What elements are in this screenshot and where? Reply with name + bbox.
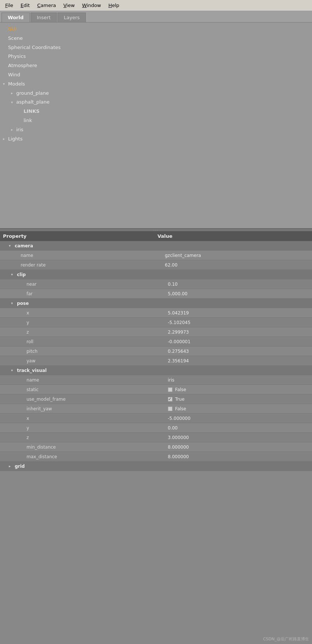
tree-item-lights[interactable]: ▸ Lights — [0, 135, 312, 144]
prop-value-yaw: 2.356194 — [165, 357, 312, 365]
properties-panel: Property Value ▾ camera name gzclient_ca… — [0, 231, 312, 471]
tree-item-gui[interactable]: GUI — [0, 25, 312, 34]
prop-value-static: False — [165, 386, 312, 393]
menubar: File Edit Camera View Window Help — [0, 0, 312, 11]
arrow-iris: ▸ — [11, 127, 16, 133]
prop-row-x[interactable]: x 5.042319 — [0, 308, 312, 318]
arrow-ground-plane: ▸ — [11, 90, 16, 96]
arrow-camera: ▾ — [9, 244, 15, 248]
prop-row-yaw[interactable]: yaw 2.356194 — [0, 356, 312, 366]
prop-value-tv-name: iris — [165, 376, 312, 384]
watermark: CSDN_@后广村路直博生 — [263, 636, 309, 642]
prop-value-tv-z: 3.000000 — [165, 434, 312, 441]
prop-section-track-visual[interactable]: ▾ track_visual — [0, 366, 312, 375]
prop-value-pitch: 0.275643 — [165, 348, 312, 355]
prop-row-tv-y[interactable]: y 0.00 — [0, 423, 312, 433]
prop-row-name[interactable]: name gzclient_camera — [0, 251, 312, 260]
prop-value-far: 5,000.00 — [165, 290, 312, 297]
prop-row-roll[interactable]: roll -0.000001 — [0, 337, 312, 347]
tab-world[interactable]: World — [1, 13, 30, 22]
menu-window[interactable]: Window — [78, 1, 105, 10]
tree-item-link[interactable]: link — [0, 116, 312, 125]
tabbar: World Insert Layers — [0, 11, 312, 22]
tab-layers[interactable]: Layers — [57, 13, 86, 22]
arrow-grid: ▸ — [9, 464, 15, 468]
arrow-pose: ▾ — [11, 301, 17, 305]
prop-row-pitch[interactable]: pitch 0.275643 — [0, 347, 312, 356]
prop-section-grid[interactable]: ▸ grid — [0, 462, 312, 471]
prop-header: Property Value — [0, 231, 312, 241]
prop-section-clip[interactable]: ▾ clip — [0, 270, 312, 279]
tree-item-ground-plane[interactable]: ▸ ground_plane — [0, 89, 312, 98]
header-value: Value — [155, 233, 309, 239]
prop-row-min-distance[interactable]: min_distance 8.000000 — [0, 442, 312, 452]
prop-value-tv-y: 0.00 — [165, 424, 312, 432]
checkbox-inherit-yaw[interactable] — [168, 407, 172, 411]
menu-edit[interactable]: Edit — [17, 1, 34, 10]
tree-item-physics[interactable]: Physics — [0, 52, 312, 61]
menu-help[interactable]: Help — [105, 1, 123, 10]
prop-value-tv-x: -5.000000 — [165, 415, 312, 422]
prop-row-static[interactable]: static False — [0, 385, 312, 394]
prop-row-far[interactable]: far 5,000.00 — [0, 289, 312, 299]
arrow-asphalt-plane: ▾ — [11, 100, 16, 105]
checkbox-static[interactable] — [168, 387, 172, 392]
prop-row-tv-x[interactable]: x -5.000000 — [0, 414, 312, 423]
tree-item-iris[interactable]: ▸ iris — [0, 125, 312, 135]
tree-item-models[interactable]: ▾ Models — [0, 80, 312, 89]
prop-value-inherit-yaw: False — [165, 405, 312, 412]
tree-panel: GUI Scene Spherical Coordinates Physics … — [0, 22, 312, 229]
prop-value-roll: -0.000001 — [165, 338, 312, 345]
menu-view[interactable]: View — [60, 1, 78, 10]
prop-value-x: 5.042319 — [165, 309, 312, 317]
prop-value-z: 2.299973 — [165, 328, 312, 336]
tree-item-spherical-coordinates[interactable]: Spherical Coordinates — [0, 43, 312, 52]
prop-row-tv-name[interactable]: name iris — [0, 375, 312, 385]
prop-row-max-distance[interactable]: max_distance 8.000000 — [0, 452, 312, 462]
prop-value-use-model-frame: True — [165, 396, 312, 403]
prop-row-render-rate[interactable]: render rate 62.00 — [0, 260, 312, 270]
prop-section-camera[interactable]: ▾ camera — [0, 241, 312, 251]
prop-value-y: -5.102045 — [165, 319, 312, 326]
menu-camera[interactable]: Camera — [34, 1, 60, 10]
prop-value-min-distance: 8.000000 — [165, 443, 312, 451]
menu-file[interactable]: File — [1, 1, 17, 10]
arrow-lights: ▸ — [3, 136, 8, 142]
prop-section-pose[interactable]: ▾ pose — [0, 299, 312, 308]
arrow-track-visual: ▾ — [11, 368, 17, 372]
prop-row-inherit-yaw[interactable]: inherit_yaw False — [0, 404, 312, 414]
prop-row-y[interactable]: y -5.102045 — [0, 318, 312, 327]
arrow-models: ▾ — [3, 81, 8, 87]
tree-item-atmosphere[interactable]: Atmosphere — [0, 61, 312, 70]
tree-item-wind[interactable]: Wind — [0, 70, 312, 80]
prop-row-z[interactable]: z 2.299973 — [0, 327, 312, 337]
prop-value-render-rate: 62.00 — [162, 261, 312, 269]
prop-value-max-distance: 8.000000 — [165, 453, 312, 460]
prop-value-near: 0.10 — [165, 281, 312, 288]
prop-value-name: gzclient_camera — [162, 252, 312, 259]
prop-row-near[interactable]: near 0.10 — [0, 279, 312, 289]
prop-row-use-model-frame[interactable]: use_model_frame True — [0, 394, 312, 404]
checkbox-use-model-frame[interactable] — [168, 397, 172, 401]
tree-item-asphalt-plane[interactable]: ▾ asphalt_plane — [0, 98, 312, 107]
tab-insert[interactable]: Insert — [31, 13, 57, 22]
tree-item-links[interactable]: LINKS — [0, 107, 312, 116]
header-property: Property — [3, 233, 155, 239]
tree-item-scene[interactable]: Scene — [0, 34, 312, 43]
arrow-clip: ▾ — [11, 272, 17, 276]
prop-row-tv-z[interactable]: z 3.000000 — [0, 433, 312, 442]
